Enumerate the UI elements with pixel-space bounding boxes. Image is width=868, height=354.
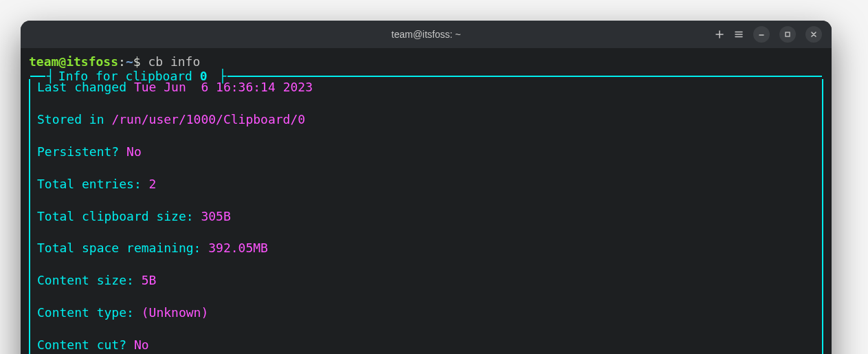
command-text: cb info: [148, 54, 200, 69]
prompt-user-host: team@itsfoss: [29, 54, 118, 69]
info-box: ┤Info for clipboard 0 ├Last changed Tue …: [29, 79, 823, 354]
info-label: Persistent?: [37, 144, 126, 159]
menu-icon[interactable]: [734, 30, 744, 39]
info-title-num: 0: [200, 69, 208, 83]
info-label: Total space remaining:: [37, 241, 208, 255]
info-label: Stored in: [37, 112, 111, 126]
info-value: (Unknown): [142, 305, 209, 320]
prompt-path: ~: [126, 54, 133, 69]
info-value: No: [134, 338, 149, 352]
info-label: Total clipboard size:: [37, 209, 201, 223]
new-tab-icon[interactable]: [715, 30, 724, 39]
info-value: 2: [149, 177, 157, 191]
terminal-body[interactable]: team@itsfoss:~$ cb info ┤Info for clipbo…: [21, 48, 832, 354]
info-box-title-row: ┤Info for clipboard 0 ├: [30, 70, 822, 82]
info-label: Content size:: [37, 273, 142, 287]
prompt-symbol: $: [133, 54, 141, 69]
maximize-button[interactable]: [779, 26, 796, 43]
svg-rect-0: [786, 32, 790, 36]
info-value: 392.05MB: [208, 241, 268, 255]
minimize-button[interactable]: [753, 26, 770, 43]
window-title: team@itsfoss: ~: [392, 29, 461, 40]
close-button[interactable]: [805, 26, 822, 43]
titlebar: team@itsfoss: ~: [21, 21, 832, 48]
titlebar-controls: [715, 26, 822, 43]
prompt-separator: :: [118, 54, 126, 69]
info-label: Content cut?: [37, 338, 134, 352]
terminal-window: team@itsfoss: ~ team@itsfoss:~$ cb info …: [21, 21, 832, 354]
info-value: /run/user/1000/Clipboard/0: [111, 112, 305, 126]
info-value: No: [126, 144, 142, 159]
info-label: Total entries:: [37, 177, 149, 191]
info-label: Content type:: [37, 305, 142, 320]
info-title-prefix: Info for clipboard: [58, 69, 200, 83]
info-value: 5B: [142, 273, 157, 287]
info-value: 305B: [201, 209, 230, 223]
